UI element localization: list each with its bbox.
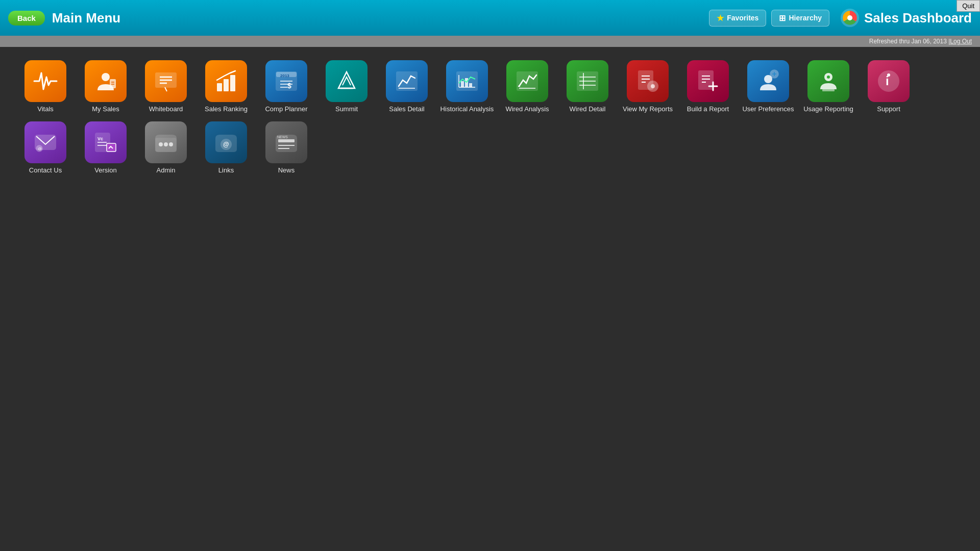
icon-label-whiteboard: Whiteboard	[149, 105, 183, 113]
app-icon-summit[interactable]: Summit	[318, 60, 375, 113]
icon-label-vitals: Vitals	[37, 105, 54, 113]
svg-rect-11	[217, 83, 222, 91]
icon-box-contact-us: @	[24, 121, 66, 163]
icon-box-usage-reporting	[807, 60, 849, 102]
svg-rect-75	[278, 139, 295, 142]
sales-dashboard-logo: Sales Dashboard	[840, 8, 972, 28]
icon-label-wired-detail: Wired Detail	[570, 105, 606, 113]
icon-row-1: Vitals My Sales Whiteboard Sales Ranking…	[15, 56, 965, 117]
logout-link[interactable]: Log Out	[950, 38, 972, 45]
icon-box-links: @	[205, 121, 247, 163]
icon-label-summit: Summit	[335, 105, 358, 113]
icon-label-contact-us: Contact Us	[29, 166, 62, 174]
svg-point-56	[827, 76, 830, 79]
icon-label-view-my-reports: View My Reports	[623, 105, 673, 113]
app-icon-usage-reporting[interactable]: Usage Reporting	[800, 60, 856, 113]
topbar-left: Back Main Menu	[8, 10, 120, 26]
svg-text:2013: 2013	[280, 73, 289, 78]
svg-rect-12	[224, 79, 229, 91]
dashboard-logo-icon	[840, 8, 860, 28]
icon-label-historical-analysis: Historical Analysis	[440, 105, 494, 113]
refresh-text: Refreshed thru Jan 06, 2013 |	[869, 38, 950, 45]
icon-label-wired-analysis: Wired Analysis	[505, 105, 549, 113]
icon-label-support: Support	[877, 105, 900, 113]
svg-rect-57	[822, 89, 835, 91]
icon-label-build-a-report: Build a Report	[687, 105, 729, 113]
svg-rect-30	[469, 83, 472, 87]
app-icon-news[interactable]: NEWS News	[258, 121, 314, 174]
back-button[interactable]: Back	[8, 11, 45, 26]
hierarchy-icon: ⊞	[779, 13, 786, 23]
main-menu-title: Main Menu	[52, 10, 120, 26]
app-icon-whiteboard[interactable]: Whiteboard	[138, 60, 194, 113]
app-icon-my-sales[interactable]: My Sales	[78, 60, 134, 113]
icon-box-vitals	[24, 60, 66, 102]
app-icon-view-my-reports[interactable]: View My Reports	[620, 60, 676, 113]
icon-label-usage-reporting: Usage Reporting	[803, 105, 853, 113]
icon-box-comp-planner: 2013 $	[265, 60, 307, 102]
icon-grid: Vitals My Sales Whiteboard Sales Ranking…	[0, 47, 980, 187]
svg-text:@: @	[223, 141, 229, 148]
app-icon-support[interactable]: i Support	[861, 60, 917, 113]
icon-label-links: Links	[218, 166, 234, 174]
app-icon-admin[interactable]: Admin	[138, 121, 194, 174]
icon-box-historical-analysis	[446, 60, 488, 102]
quit-button[interactable]: Quit	[957, 0, 980, 12]
svg-point-72	[169, 142, 173, 146]
app-icon-build-a-report[interactable]: Build a Report	[680, 60, 736, 113]
icon-label-user-preferences: User Preferences	[742, 105, 794, 113]
svg-rect-13	[230, 75, 235, 91]
icon-label-admin: Admin	[157, 166, 176, 174]
icon-box-admin	[145, 121, 187, 163]
app-icon-wired-detail[interactable]: Wired Detail	[559, 60, 616, 113]
icon-box-wired-detail	[567, 60, 608, 102]
app-icon-comp-planner[interactable]: 2013 $ Comp Planner	[258, 60, 314, 113]
svg-point-1	[847, 15, 852, 20]
app-icon-version[interactable]: Vc Version	[78, 121, 134, 174]
icon-label-sales-detail: Sales Detail	[389, 105, 424, 113]
star-icon: ★	[717, 13, 724, 23]
icon-label-news: News	[278, 166, 295, 174]
svg-text:NEWS: NEWS	[277, 135, 288, 139]
favorites-button[interactable]: ★ Favorites	[709, 10, 766, 27]
svg-text:$: $	[287, 82, 291, 90]
hierarchy-button[interactable]: ⊞ Hierarchy	[771, 10, 829, 27]
hierarchy-label: Hierarchy	[789, 14, 822, 22]
icon-label-comp-planner: Comp Planner	[265, 105, 307, 113]
svg-rect-3	[110, 79, 116, 88]
app-icon-sales-ranking[interactable]: Sales Ranking	[198, 60, 254, 113]
svg-point-44	[651, 84, 655, 88]
icon-box-news: NEWS	[265, 121, 307, 163]
icon-label-version: Version	[94, 166, 116, 174]
icon-box-wired-analysis	[506, 60, 548, 102]
svg-rect-28	[461, 81, 464, 87]
icon-box-sales-detail	[386, 60, 428, 102]
svg-marker-21	[338, 72, 355, 88]
icon-box-user-preferences	[747, 60, 789, 102]
icon-label-my-sales: My Sales	[92, 105, 119, 113]
logo-text: Sales Dashboard	[864, 10, 972, 26]
icon-box-whiteboard	[145, 60, 187, 102]
app-icon-contact-us[interactable]: @ Contact Us	[17, 121, 74, 174]
app-icon-wired-analysis[interactable]: Wired Analysis	[499, 60, 555, 113]
app-icon-user-preferences[interactable]: User Preferences	[740, 60, 796, 113]
icon-box-support: i	[868, 60, 910, 102]
icon-box-sales-ranking	[205, 60, 247, 102]
icon-box-build-a-report	[687, 60, 729, 102]
icon-label-sales-ranking: Sales Ranking	[205, 105, 248, 113]
svg-text:Vc: Vc	[97, 136, 103, 141]
app-icon-links[interactable]: @ Links	[198, 121, 254, 174]
icon-box-summit	[326, 60, 368, 102]
svg-line-10	[165, 87, 167, 91]
app-icon-vitals[interactable]: Vitals	[17, 60, 74, 113]
svg-rect-23	[397, 72, 417, 90]
icon-box-view-my-reports	[627, 60, 669, 102]
svg-point-71	[164, 142, 168, 146]
topbar-right: ★ Favorites ⊞ Hierarchy Sales Dashboard	[709, 8, 972, 28]
app-icon-sales-detail[interactable]: Sales Detail	[379, 60, 435, 113]
subbar: Refreshed thru Jan 06, 2013 | Log Out	[0, 36, 980, 47]
icon-row-2: @ Contact Us Vc Version Admin @ Links NE…	[15, 117, 965, 179]
favorites-label: Favorites	[727, 14, 758, 22]
app-icon-historical-analysis[interactable]: Historical Analysis	[439, 60, 495, 113]
svg-point-60	[887, 73, 890, 77]
